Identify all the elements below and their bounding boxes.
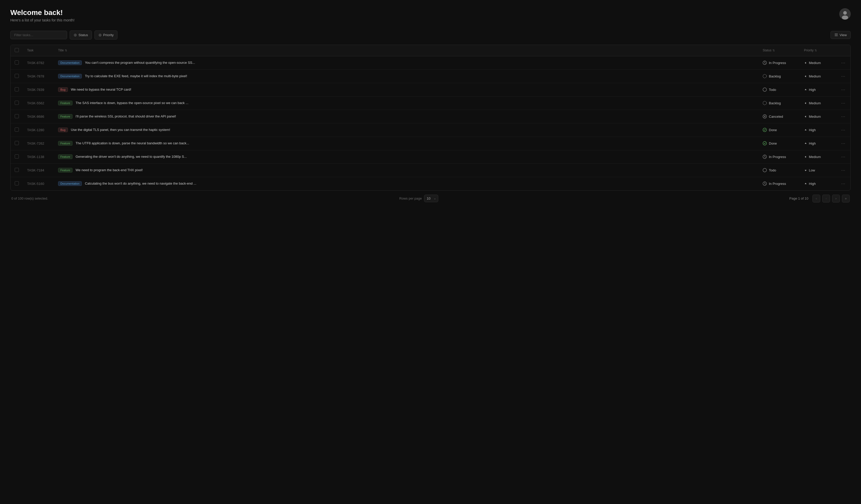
- status-filter-button[interactable]: ⊕ Status: [70, 30, 92, 40]
- task-priority-cell: High: [800, 137, 836, 150]
- select-all-checkbox[interactable]: [15, 48, 19, 52]
- task-title: We need to bypass the neural TCP card!: [71, 87, 131, 91]
- task-more-cell: ⋯: [836, 83, 850, 96]
- task-more-cell: ⋯: [836, 110, 850, 123]
- svg-point-8: [763, 88, 767, 91]
- more-options-button[interactable]: ⋯: [840, 153, 846, 160]
- table-row: TASK-7878 Documentation Try to calculate…: [11, 69, 850, 83]
- task-id: TASK-1280: [27, 128, 44, 132]
- task-id-cell: TASK-1280: [23, 123, 54, 137]
- more-options-button[interactable]: ⋯: [840, 126, 846, 134]
- priority-text: Low: [809, 168, 815, 172]
- more-options-button[interactable]: ⋯: [840, 100, 846, 107]
- rows-per-page-select[interactable]: 10 20 30 40 50: [424, 195, 438, 202]
- last-page-button[interactable]: »: [842, 195, 850, 202]
- task-title-cell: Documentation You can't compress the pro…: [54, 56, 758, 69]
- priority-text: Medium: [809, 61, 821, 65]
- table-row: TASK-1138 Feature Generating the driver …: [11, 150, 850, 163]
- filter-input[interactable]: [10, 31, 67, 39]
- priority-text: High: [809, 128, 816, 132]
- svg-rect-5: [835, 36, 838, 36]
- task-more-cell: ⋯: [836, 123, 850, 137]
- task-id-cell: TASK-7878: [23, 69, 54, 83]
- row-checkbox-cell: [11, 96, 23, 110]
- task-title-cell: Feature The SAS interface is down, bypas…: [54, 96, 758, 110]
- select-all-header[interactable]: [11, 45, 23, 56]
- row-checkbox[interactable]: [15, 114, 19, 118]
- task-priority-cell: Medium: [800, 110, 836, 123]
- task-priority-cell: High: [800, 123, 836, 137]
- task-status-cell: Done: [758, 137, 800, 150]
- page-info: Page 1 of 10: [789, 196, 808, 200]
- view-button[interactable]: View: [831, 31, 851, 39]
- priority-filter-button[interactable]: ⊕ Priority: [94, 30, 118, 40]
- priority-up-icon: [804, 182, 807, 186]
- page-header: Welcome back! Here's a list of your task…: [10, 8, 851, 22]
- svg-point-1: [843, 11, 847, 15]
- task-id: TASK-5562: [27, 101, 44, 105]
- priority-text: High: [809, 88, 816, 92]
- priority-sort-icon: ⇅: [815, 49, 817, 52]
- table-row: TASK-7839 Bug We need to bypass the neur…: [11, 83, 850, 96]
- row-checkbox[interactable]: [15, 168, 19, 172]
- task-id-cell: TASK-7184: [23, 163, 54, 177]
- task-title-cell: Bug Use the digital TLS panel, then you …: [54, 123, 758, 137]
- row-checkbox[interactable]: [15, 181, 19, 186]
- svg-point-2: [842, 15, 848, 19]
- task-id-cell: TASK-8686: [23, 110, 54, 123]
- task-status-cell: Canceled: [758, 110, 800, 123]
- task-badge: Documentation: [58, 74, 82, 79]
- priority-text: Medium: [809, 155, 821, 159]
- priority-column-header[interactable]: Priority ⇅: [800, 45, 836, 56]
- more-options-button[interactable]: ⋯: [840, 86, 846, 93]
- task-more-cell: ⋯: [836, 150, 850, 163]
- priority-up-icon: [804, 128, 807, 132]
- task-badge: Bug: [58, 87, 68, 92]
- row-checkbox[interactable]: [15, 60, 19, 65]
- row-checkbox-cell: [11, 69, 23, 83]
- task-title: I'll parse the wireless SSL protocol, th…: [76, 114, 176, 118]
- task-title: Try to calculate the EXE feed, maybe it …: [85, 74, 187, 78]
- priority-right-icon: [804, 155, 807, 159]
- more-options-button[interactable]: ⋯: [840, 73, 846, 80]
- more-options-button[interactable]: ⋯: [840, 113, 846, 120]
- more-options-button[interactable]: ⋯: [840, 180, 846, 187]
- task-status-cell: Backlog: [758, 69, 800, 83]
- prev-page-button[interactable]: ‹: [822, 195, 830, 202]
- title-sort-icon: ⇅: [65, 49, 67, 52]
- priority-down-icon: [804, 168, 807, 172]
- avatar[interactable]: [839, 8, 851, 19]
- row-checkbox[interactable]: [15, 101, 19, 105]
- row-checkbox-cell: [11, 123, 23, 137]
- task-status-cell: In Progress: [758, 150, 800, 163]
- task-more-cell: ⋯: [836, 56, 850, 69]
- row-checkbox[interactable]: [15, 74, 19, 78]
- task-priority-cell: Low: [800, 163, 836, 177]
- header-text: Welcome back! Here's a list of your task…: [10, 8, 74, 22]
- more-options-button[interactable]: ⋯: [840, 167, 846, 174]
- table-row: TASK-1280 Bug Use the digital TLS panel,…: [11, 123, 850, 137]
- priority-text: High: [809, 182, 816, 186]
- priority-right-icon: [804, 61, 807, 65]
- task-id: TASK-1138: [27, 155, 44, 159]
- next-page-button[interactable]: ›: [832, 195, 840, 202]
- status-column-header[interactable]: Status ⇅: [758, 45, 800, 56]
- row-checkbox[interactable]: [15, 154, 19, 159]
- task-title-cell: Feature We need to program the back-end …: [54, 163, 758, 177]
- task-status-cell: In Progress: [758, 177, 800, 190]
- task-title: The UTF8 application is down, parse the …: [76, 141, 189, 145]
- more-options-button[interactable]: ⋯: [840, 59, 846, 66]
- view-label: View: [839, 33, 847, 37]
- task-id-cell: TASK-7262: [23, 137, 54, 150]
- status-text: In Progress: [769, 155, 786, 159]
- row-checkbox[interactable]: [15, 141, 19, 145]
- svg-point-7: [763, 74, 767, 78]
- title-column-header[interactable]: Title ⇅: [54, 45, 758, 56]
- more-options-button[interactable]: ⋯: [840, 140, 846, 147]
- task-id-cell: TASK-7839: [23, 83, 54, 96]
- task-badge: Feature: [58, 168, 72, 173]
- row-checkbox[interactable]: [15, 127, 19, 132]
- row-checkbox[interactable]: [15, 87, 19, 91]
- first-page-button[interactable]: «: [812, 195, 820, 202]
- task-id: TASK-7839: [27, 88, 44, 92]
